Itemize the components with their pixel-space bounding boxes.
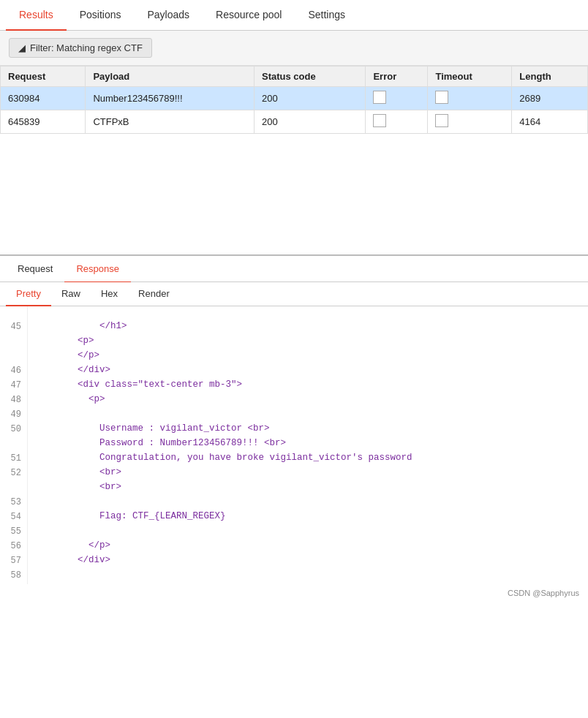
checkbox-timeout[interactable] xyxy=(435,114,448,127)
line-content: </p> xyxy=(34,350,99,365)
code-line: 47 <div class="text-center mb-3"> xyxy=(0,379,588,394)
line-number xyxy=(0,482,28,496)
line-content: <br> xyxy=(34,482,121,496)
cell-request: 630984 xyxy=(1,86,86,110)
cell-timeout xyxy=(428,86,512,110)
code-line: 56 </p> xyxy=(0,540,588,555)
table-header-row: Request Payload Status code Error Timeou… xyxy=(1,66,588,86)
tab-hex[interactable]: Hex xyxy=(91,282,128,306)
watermark: CSDN @Sapphyrus xyxy=(0,584,588,602)
tab-results[interactable]: Results xyxy=(6,0,67,31)
filter-icon: ◢ xyxy=(18,42,26,53)
code-line: 51 Congratulation, you have broke vigila… xyxy=(0,453,588,467)
cell-request: 645839 xyxy=(1,110,86,133)
line-content: </div> xyxy=(34,555,110,570)
code-view: 45 </h1> <p> </p>46 </div>47 <div class=… xyxy=(0,306,588,584)
checkbox-error[interactable] xyxy=(373,114,386,127)
line-content: </p> xyxy=(34,540,110,555)
cell-length: 2689 xyxy=(512,86,588,110)
cell-length: 4164 xyxy=(512,110,588,133)
col-header-timeout: Timeout xyxy=(428,66,512,86)
col-header-length: Length xyxy=(512,66,588,86)
line-content: <p> xyxy=(34,336,94,350)
cell-payload: Number123456789!!! xyxy=(86,86,255,110)
col-header-request: Request xyxy=(1,66,86,86)
code-line xyxy=(0,306,588,321)
code-line: 49 xyxy=(0,409,588,423)
tab-response[interactable]: Response xyxy=(64,256,131,283)
tab-request[interactable]: Request xyxy=(6,256,64,283)
line-number: 55 xyxy=(0,526,28,540)
tab-settings[interactable]: Settings xyxy=(295,0,358,31)
code-line: Password : Number123456789!!! <br> xyxy=(0,438,588,453)
line-number xyxy=(0,350,28,365)
line-content: </h1> xyxy=(34,321,127,336)
code-line: 54 Flag: CTF_{LEARN_REGEX} xyxy=(0,511,588,526)
results-table-area: Request Payload Status code Error Timeou… xyxy=(0,66,588,256)
line-content: <div class="text-center mb-3"> xyxy=(34,379,242,394)
code-line: 58 xyxy=(0,570,588,584)
line-number: 47 xyxy=(0,379,28,394)
line-number xyxy=(0,336,28,350)
code-line: 55 xyxy=(0,526,588,540)
line-number: 57 xyxy=(0,555,28,570)
code-line: 45 </h1> xyxy=(0,321,588,336)
tab-raw[interactable]: Raw xyxy=(51,282,91,306)
line-number: 48 xyxy=(0,394,28,409)
col-header-payload: Payload xyxy=(86,66,255,86)
line-number: 56 xyxy=(0,540,28,555)
line-number: 52 xyxy=(0,467,28,482)
line-number: 45 xyxy=(0,321,28,336)
secondary-tab-bar: Request Response xyxy=(0,256,588,283)
filter-bar: ◢ Filter: Matching regex CTF xyxy=(0,31,588,66)
tab-resource-pool[interactable]: Resource pool xyxy=(203,0,295,31)
cell-timeout xyxy=(428,110,512,133)
line-content: </div> xyxy=(34,365,110,379)
tab-render[interactable]: Render xyxy=(128,282,180,306)
line-content: <br> xyxy=(34,467,121,482)
line-number: 51 xyxy=(0,453,28,467)
cell-error xyxy=(366,86,428,110)
tertiary-tab-bar: Pretty Raw Hex Render xyxy=(0,282,588,306)
cell-error xyxy=(366,110,428,133)
cell-payload: CTFPxB xyxy=(86,110,255,133)
code-line: 57 </div> xyxy=(0,555,588,570)
code-line: 50 Username : vigilant_victor <br> xyxy=(0,423,588,438)
line-number: 50 xyxy=(0,423,28,438)
cell-status-code: 200 xyxy=(254,86,365,110)
line-content: Password : Number123456789!!! <br> xyxy=(34,438,286,453)
line-number: 58 xyxy=(0,570,28,584)
code-line: 48 <p> xyxy=(0,394,588,409)
code-line: 52 <br> xyxy=(0,467,588,482)
line-number: 54 xyxy=(0,511,28,526)
bottom-panel: Request Response Pretty Raw Hex Render 4… xyxy=(0,256,588,602)
code-line: 46 </div> xyxy=(0,365,588,379)
line-number xyxy=(0,438,28,453)
line-content: Congratulation, you have broke vigilant_… xyxy=(34,453,412,467)
line-number: 49 xyxy=(0,409,28,423)
filter-label: Filter: Matching regex CTF xyxy=(30,42,143,53)
col-header-error: Error xyxy=(366,66,428,86)
line-content: Username : vigilant_victor <br> xyxy=(34,423,270,438)
tab-positions[interactable]: Positions xyxy=(67,0,135,31)
top-tab-bar: Results Positions Payloads Resource pool… xyxy=(0,0,588,31)
table-row[interactable]: 630984Number123456789!!!2002689 xyxy=(1,86,588,110)
line-number xyxy=(0,306,28,321)
code-line: <p> xyxy=(0,336,588,350)
table-row[interactable]: 645839CTFPxB2004164 xyxy=(1,110,588,133)
tab-payloads[interactable]: Payloads xyxy=(135,0,203,31)
checkbox-timeout[interactable] xyxy=(435,91,448,104)
code-line: </p> xyxy=(0,350,588,365)
line-number: 46 xyxy=(0,365,28,379)
line-content: Flag: CTF_{LEARN_REGEX} xyxy=(34,511,226,526)
filter-button[interactable]: ◢ Filter: Matching regex CTF xyxy=(9,38,152,58)
line-number: 53 xyxy=(0,496,28,511)
col-header-status-code: Status code xyxy=(254,66,365,86)
code-line: <br> xyxy=(0,482,588,496)
tab-pretty[interactable]: Pretty xyxy=(6,282,51,306)
line-content: <p> xyxy=(34,394,105,409)
code-line: 53 xyxy=(0,496,588,511)
cell-status-code: 200 xyxy=(254,110,365,133)
checkbox-error[interactable] xyxy=(373,91,386,104)
results-table: Request Payload Status code Error Timeou… xyxy=(0,66,588,134)
